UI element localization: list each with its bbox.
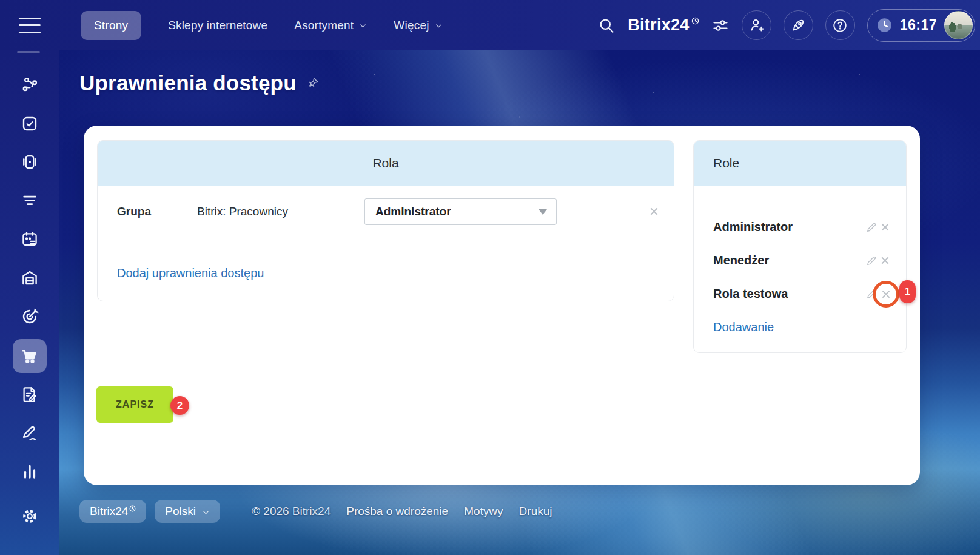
select-arrow-icon	[539, 209, 547, 215]
language-selector[interactable]: Polski	[155, 500, 220, 523]
main-navigation: Strony Sklepy internetowe Asortyment Wię…	[81, 11, 443, 40]
role-select[interactable]: Administrator	[364, 198, 557, 225]
panel-header-label: Role	[713, 156, 739, 170]
permissions-card: Rola Grupa Bitrix: Pracownicy Administra…	[84, 126, 920, 485]
panel-header-rola: Rola	[98, 141, 674, 186]
sidebar-item-tasks[interactable]	[13, 107, 47, 141]
language-label: Polski	[165, 505, 196, 518]
card-divider	[97, 372, 907, 372]
chevron-down-icon	[435, 22, 443, 30]
sidebar-item-sign[interactable]	[13, 416, 47, 450]
tasks-icon	[21, 115, 39, 133]
add-permission-link[interactable]: Dodaj uprawnienia dostępu	[117, 266, 264, 280]
footer-link-print[interactable]: Drukuj	[519, 505, 552, 518]
settings-gear-icon	[21, 507, 39, 525]
sidebar-item-collaboration[interactable]	[13, 68, 47, 102]
permission-row: Grupa Bitrix: Pracownicy Administrator	[98, 186, 674, 240]
sidebar-item-marketing[interactable]	[13, 300, 47, 334]
access-permissions-panel: Rola Grupa Bitrix: Pracownicy Administra…	[97, 140, 674, 301]
warehouse-icon	[21, 269, 39, 287]
collaboration-icon	[21, 76, 39, 94]
user-avatar[interactable]	[944, 11, 973, 39]
role-row-menedzer: Menedżer	[694, 244, 906, 278]
remove-permission-icon[interactable]	[648, 206, 660, 217]
footer-link-themes[interactable]: Motywy	[464, 505, 503, 518]
bitrix24-logo[interactable]: Bitrix24	[628, 16, 699, 35]
sidebar-item-calendar[interactable]	[13, 222, 47, 256]
chevron-down-icon	[202, 508, 210, 516]
add-role-link[interactable]: Dodawanie	[713, 320, 774, 334]
sidebar-item-crm[interactable]	[13, 184, 47, 218]
copyright-text: © 2026 Bitrix24	[252, 505, 331, 518]
signature-pen-icon	[21, 424, 39, 442]
clock-icon	[876, 17, 893, 33]
tutorial-step-badge-1: 1	[899, 280, 916, 303]
shop-cart-icon	[21, 347, 39, 365]
clock-badge-icon	[691, 17, 699, 25]
nav-tab-strony[interactable]: Strony	[81, 11, 141, 40]
edit-role-icon[interactable]	[866, 221, 878, 233]
nav-tab-asortyment[interactable]: Asortyment	[294, 19, 367, 32]
role-row-rola-testowa: Rola testowa 1	[694, 278, 906, 311]
role-name: Rola testowa	[713, 287, 788, 301]
sidebar-item-settings[interactable]	[13, 499, 47, 533]
delete-role-icon[interactable]	[879, 221, 891, 233]
sliders-settings-icon[interactable]	[711, 16, 730, 35]
marketing-target-icon	[21, 308, 39, 326]
current-time: 16:17	[900, 17, 937, 33]
tutorial-highlight-ring	[873, 281, 899, 308]
roles-panel: Role Administrator Menedżer Rola testowa	[693, 140, 907, 353]
sidebar-item-shop[interactable]	[13, 339, 47, 373]
tutorial-step-badge-2: 2	[170, 396, 189, 415]
role-row-administrator: Administrator	[694, 211, 906, 244]
analytics-chart-icon	[21, 462, 39, 480]
clock-badge-icon	[129, 505, 136, 512]
document-sign-icon	[21, 385, 39, 403]
role-name: Menedżer	[713, 254, 769, 267]
panel-header-label: Rola	[372, 156, 398, 170]
group-value: Bitrix: Pracownicy	[197, 205, 288, 218]
chevron-down-icon	[359, 22, 367, 30]
group-label: Grupa	[117, 205, 151, 218]
help-icon[interactable]	[825, 10, 855, 40]
messenger-icon	[21, 153, 39, 171]
pin-page-icon[interactable]	[306, 76, 320, 90]
calendar-icon	[21, 230, 39, 248]
delete-role-icon[interactable]	[880, 288, 892, 300]
bitrix24-app: Strony Sklepy internetowe Asortyment Wię…	[0, 0, 980, 555]
edit-role-icon[interactable]	[866, 255, 878, 266]
rocket-icon[interactable]	[784, 10, 813, 40]
page-footer: Bitrix24 Polski © 2026 Bitrix24 Prośba o…	[79, 498, 552, 525]
footer-brand-label: Bitrix24	[90, 505, 128, 518]
sidebar-item-warehouse[interactable]	[13, 261, 47, 295]
nav-tab-wiecej[interactable]: Więcej	[394, 19, 442, 32]
sidebar-item-analytics[interactable]	[13, 454, 47, 488]
role-select-value: Administrator	[375, 205, 451, 218]
invite-user-icon[interactable]	[742, 10, 771, 40]
sidebar-item-messenger[interactable]	[13, 145, 47, 179]
top-bar: Strony Sklepy internetowe Asortyment Wię…	[0, 0, 980, 50]
role-name: Administrator	[713, 220, 793, 234]
main-content: Uprawnienia dostępu Rola Grupa Bitrix: P…	[59, 50, 980, 555]
save-button[interactable]: ZAPISZ	[96, 386, 173, 423]
nav-tab-sklepy-internetowe[interactable]: Sklepy internetowe	[168, 19, 267, 32]
delete-role-icon[interactable]	[879, 255, 891, 266]
page-title: Uprawnienia dostępu	[79, 71, 297, 95]
crm-funnel-icon	[21, 192, 39, 210]
hamburger-menu-icon[interactable]	[19, 18, 41, 33]
footer-link-implementation[interactable]: Prośba o wdrożenie	[346, 505, 448, 518]
sidebar-divider	[17, 51, 40, 53]
footer-brand-pill[interactable]: Bitrix24	[79, 500, 146, 523]
panel-header-role: Role	[694, 141, 906, 186]
search-icon[interactable]	[597, 16, 616, 35]
left-sidebar	[0, 50, 59, 555]
sidebar-item-documents[interactable]	[13, 377, 47, 411]
worktime-widget[interactable]: 16:17	[867, 9, 975, 42]
